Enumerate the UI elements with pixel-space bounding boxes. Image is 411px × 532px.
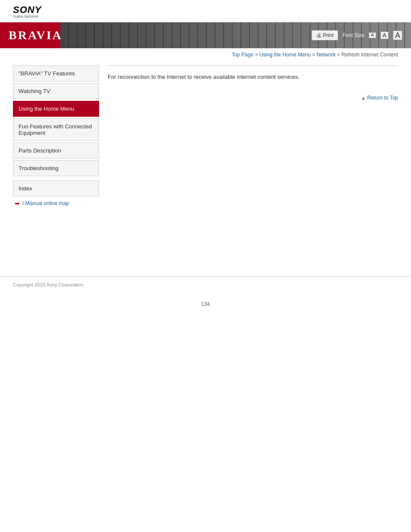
breadcrumb-sep2: > [311,52,317,58]
return-to-top: ▲ Return to Top [108,90,398,106]
content-area: For reconnection to the Internet to rece… [108,61,398,277]
page-number: 134 [0,292,411,316]
page-footer: Copyright 2010 Sony Corporation [0,277,411,292]
content-body-text: For reconnection to the Internet to rece… [108,73,398,82]
sidebar-item-parts-desc[interactable]: Parts Description [13,143,99,159]
breadcrumb-network[interactable]: Network [317,52,336,58]
sony-text: SONY [13,5,398,15]
arrow-right-icon: ➡ [15,200,20,207]
sidebar-item-index[interactable]: Index [13,180,99,196]
sidebar-item-troubleshooting[interactable]: Troubleshooting [13,160,99,176]
breadcrumb: Top Page > Using the Home Menu > Network… [0,48,411,61]
sidebar: "BRAVIA" TV Features Watching TV Using t… [13,61,99,277]
imanual-label: i-Manual online map [22,200,69,206]
breadcrumb-top-page[interactable]: Top Page [231,52,253,58]
return-to-top-link[interactable]: ▲ Return to Top [361,95,398,101]
font-size-small-button[interactable]: A [369,32,376,38]
sony-logo: SONY make.believe [13,5,398,19]
sidebar-item-watching-tv[interactable]: Watching TV [13,83,99,99]
main-layout: "BRAVIA" TV Features Watching TV Using t… [0,61,411,277]
breadcrumb-home-menu[interactable]: Using the Home Menu [259,52,311,58]
sidebar-item-home-menu[interactable]: Using the Home Menu [13,101,99,117]
sidebar-item-fun-features[interactable]: Fun Features with Connected Equipment [13,118,99,141]
print-icon: 🖨 [316,32,321,38]
top-header: SONY make.believe [0,0,411,22]
sidebar-item-bravia-features[interactable]: "BRAVIA" TV Features [13,65,99,81]
breadcrumb-sep1: > [253,52,259,58]
bravia-banner: BRAVIA 🖨 Print Font Size A A A [0,22,411,48]
return-to-top-label: Return to Top [367,95,398,101]
imanual-link[interactable]: ➡ i-Manual online map [13,196,99,207]
banner-controls: 🖨 Print Font Size A A A [311,30,402,40]
sony-tagline: make.believe [13,15,398,19]
breadcrumb-sep3: > [336,52,342,58]
print-label: Print [323,32,334,38]
breadcrumb-current: Refresh Internet Content [342,52,398,58]
font-size-large-button[interactable]: A [393,31,402,40]
print-button[interactable]: 🖨 Print [311,30,339,40]
font-size-medium-button[interactable]: A [380,31,389,39]
copyright-text: Copyright 2010 Sony Corporation [13,282,83,287]
font-size-label: Font Size [342,32,364,38]
content-divider [108,65,398,66]
bravia-title: BRAVIA [9,28,62,42]
triangle-up-icon: ▲ [361,96,365,100]
page-number-value: 134 [201,301,210,307]
